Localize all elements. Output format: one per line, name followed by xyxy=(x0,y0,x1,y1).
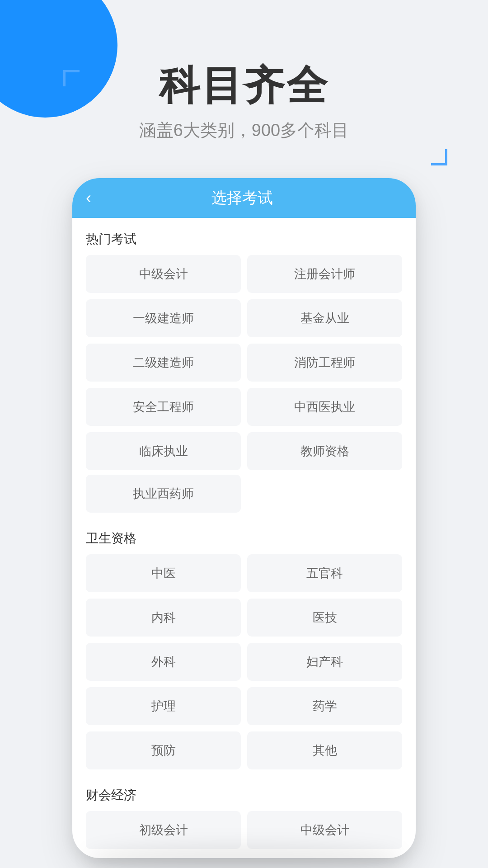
item-yiji[interactable]: 医技 xyxy=(247,599,402,637)
item-huli[interactable]: 护理 xyxy=(86,687,241,725)
sub-title: 涵盖6大类别，900多个科目 xyxy=(0,119,488,142)
bracket-top-left xyxy=(63,70,80,86)
item-yufang[interactable]: 预防 xyxy=(86,731,241,769)
item-linchуangzhiye[interactable]: 临床执业 xyxy=(86,432,241,470)
app-header: ‹ 选择考试 xyxy=(72,178,416,218)
item-zhongjikuaiji[interactable]: 中级会计 xyxy=(86,255,241,293)
section-finance-label: 财会经济 xyxy=(72,774,416,811)
section-hot-label: 热门考试 xyxy=(72,218,416,255)
item-qita[interactable]: 其他 xyxy=(247,731,402,769)
item-yaoxue[interactable]: 药学 xyxy=(247,687,402,725)
item-zhongyi[interactable]: 中医 xyxy=(86,554,241,592)
item-fuchanke[interactable]: 妇产科 xyxy=(247,643,402,681)
item-zhongjikuaiji2[interactable]: 中级会计 xyxy=(247,811,402,849)
header-title: 选择考试 xyxy=(100,188,384,208)
item-xiaofanggongchengshi[interactable]: 消防工程师 xyxy=(247,344,402,382)
item-waike[interactable]: 外科 xyxy=(86,643,241,681)
hot-single-row: 执业西药师 xyxy=(72,475,416,517)
item-anquangongchengshi[interactable]: 安全工程师 xyxy=(86,388,241,426)
item-zhucekuaijishi[interactable]: 注册会计师 xyxy=(247,255,402,293)
item-yijiejianzhushi[interactable]: 一级建造师 xyxy=(86,299,241,337)
item-neike[interactable]: 内科 xyxy=(86,599,241,637)
item-zhongxiyizhiye[interactable]: 中西医执业 xyxy=(247,388,402,426)
hot-grid: 中级会计 注册会计师 一级建造师 基金从业 二级建造师 消防工程师 安全工程师 … xyxy=(72,255,416,475)
item-jijincongye[interactable]: 基金从业 xyxy=(247,299,402,337)
bracket-bottom-right xyxy=(431,149,447,165)
health-grid: 中医 五官科 内科 医技 外科 妇产科 护理 药学 预防 其他 xyxy=(72,554,416,774)
item-erjiejianzhushi[interactable]: 二级建造师 xyxy=(86,344,241,382)
phone-mockup: ‹ 选择考试 热门考试 中级会计 注册会计师 一级建造师 基金从业 二级建造师 … xyxy=(72,178,416,858)
item-jiaoshizige[interactable]: 教师资格 xyxy=(247,432,402,470)
back-button[interactable]: ‹ xyxy=(86,189,91,208)
phone-container: ‹ 选择考试 热门考试 中级会计 注册会计师 一级建造师 基金从业 二级建造师 … xyxy=(50,178,438,858)
item-chujikuaiji[interactable]: 初级会计 xyxy=(86,811,241,849)
item-wuguanke[interactable]: 五官科 xyxy=(247,554,402,592)
item-zhiyexiyaoshi[interactable]: 执业西药师 xyxy=(86,475,241,513)
section-health-label: 卫生资格 xyxy=(72,517,416,554)
phone-shadow xyxy=(86,844,402,868)
